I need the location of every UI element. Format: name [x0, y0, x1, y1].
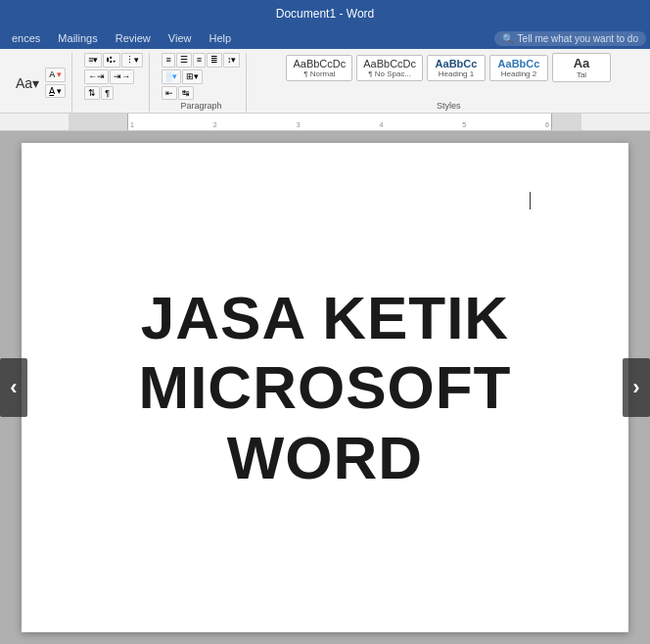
doc-line-3: WORD	[139, 423, 512, 492]
search-text: Tell me what you want to do	[518, 33, 638, 44]
shading-btn[interactable]: ░▾	[162, 69, 180, 84]
sort-btn[interactable]: ⇅	[84, 86, 100, 101]
style-title[interactable]: Aa Tal	[552, 53, 611, 82]
ribbon: ences Mailings Review View Help 🔍 Tell m…	[0, 27, 650, 114]
styles-section: AaBbCcDc ¶ Normal AaBbCcDc ¶ No Spac... …	[253, 53, 644, 113]
ruler-inner: 1 2 3 4 5 6	[127, 114, 552, 130]
highlight-btn[interactable]: A̲▾	[45, 84, 66, 99]
styles-label: Styles	[437, 101, 461, 113]
content-area: ‹ JASA KETIK MICROSOFT WORD ›	[0, 131, 650, 644]
font-color-btn[interactable]: A▾	[45, 68, 66, 82]
borders-btn[interactable]: ⊞▾	[182, 69, 203, 84]
tab-help[interactable]: Help	[201, 30, 239, 46]
style-heading1[interactable]: AaBbCc Heading 1	[427, 55, 486, 81]
list-section: ≡▾ ⑆▾ ⋮▾ ←⇥ ⇥→ ⇅ ¶	[78, 53, 150, 113]
alignment-controls: ≡ ☰ ≡ ≣ ↕▾ ░▾ ⊞▾ ⇤ ↹	[162, 53, 240, 101]
app-wrapper: Document1 - Word ences Mailings Review V…	[0, 0, 650, 644]
ribbon-tabs: ences Mailings Review View Help 🔍 Tell m…	[0, 27, 650, 49]
multilevel-list-btn[interactable]: ⋮▾	[121, 53, 143, 68]
list-row-2: ←⇥ ⇥→	[84, 69, 134, 84]
indent-left-btn[interactable]: ⇤	[162, 86, 177, 101]
align-row-3: ⇤ ↹	[162, 86, 194, 101]
left-chevron-icon: ‹	[10, 375, 17, 400]
style-normal[interactable]: AaBbCcDc ¶ Normal	[286, 55, 352, 81]
title-bar: Document1 - Word	[0, 0, 650, 27]
font-format-btn[interactable]: Aa▾	[12, 62, 43, 105]
pilcrow-btn[interactable]: ¶	[101, 86, 114, 101]
list-controls: ≡▾ ⑆▾ ⋮▾ ←⇥ ⇥→ ⇅ ¶	[84, 53, 143, 113]
nav-arrow-left[interactable]: ‹	[0, 358, 27, 417]
indent-decrease-btn[interactable]: ←⇥	[84, 69, 109, 84]
alignment-section: ≡ ☰ ≡ ≣ ↕▾ ░▾ ⊞▾ ⇤ ↹ Paragraph	[156, 53, 247, 113]
style-heading2[interactable]: AaBbCc Heading 2	[489, 55, 548, 81]
nav-arrow-right[interactable]: ›	[623, 358, 650, 417]
tab-ences[interactable]: ences	[4, 30, 48, 46]
doc-line-1: JASA KETIK	[139, 283, 512, 352]
numbered-list-btn[interactable]: ⑆▾	[103, 53, 120, 68]
align-row-2: ░▾ ⊞▾	[162, 69, 202, 84]
right-chevron-icon: ›	[632, 375, 639, 400]
tab-view[interactable]: View	[161, 30, 200, 46]
doc-area: JASA KETIK MICROSOFT WORD	[0, 131, 650, 644]
tab-mailings[interactable]: Mailings	[50, 30, 105, 46]
line-spacing-btn[interactable]: ↕▾	[223, 53, 241, 68]
doc-line-2: MICROSOFT	[139, 352, 512, 422]
search-icon: 🔍	[502, 33, 514, 44]
ribbon-search[interactable]: 🔍 Tell me what you want to do	[494, 31, 646, 46]
tab-review[interactable]: Review	[108, 30, 159, 46]
bullet-list-btn[interactable]: ≡▾	[84, 53, 102, 68]
justify-btn[interactable]: ≣	[207, 53, 222, 68]
doc-page: JASA KETIK MICROSOFT WORD	[22, 143, 628, 632]
doc-main-text: JASA KETIK MICROSOFT WORD	[139, 283, 512, 492]
align-right-btn[interactable]: ≡	[193, 53, 206, 68]
align-left-btn[interactable]: ≡	[162, 53, 174, 68]
ribbon-toolbar: Aa▾ A▾ A̲▾ ≡▾	[0, 49, 650, 114]
indent-increase-btn[interactable]: ⇥→	[110, 69, 134, 84]
color-a-icon: A	[49, 69, 55, 80]
style-no-spacing[interactable]: AaBbCcDc ¶ No Spac...	[356, 55, 423, 81]
clipboard-section: Aa▾ A▾ A̲▾	[6, 53, 72, 113]
tab-stop-btn[interactable]: ↹	[178, 86, 194, 101]
list-row-3: ⇅ ¶	[84, 86, 114, 101]
align-row-1: ≡ ☰ ≡ ≣ ↕▾	[162, 53, 240, 68]
highlight-icon: A̲	[49, 86, 55, 97]
align-center-btn[interactable]: ☰	[176, 53, 192, 68]
styles-row: AaBbCcDc ¶ Normal AaBbCcDc ¶ No Spac... …	[286, 53, 611, 82]
title-text: Document1 - Word	[276, 7, 374, 21]
aa-icon: Aa▾	[16, 76, 39, 90]
text-cursor	[530, 192, 531, 209]
font-controls: Aa▾ A▾ A̲▾	[12, 53, 66, 113]
list-row-1: ≡▾ ⑆▾ ⋮▾	[84, 53, 143, 68]
paragraph-label: Paragraph	[180, 101, 221, 113]
ruler: 1 2 3 4 5 6	[0, 114, 650, 131]
